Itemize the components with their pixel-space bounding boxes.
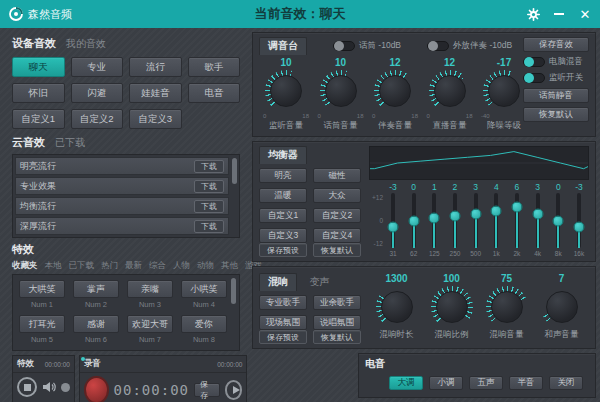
toggle-switch[interactable] bbox=[333, 41, 355, 51]
live-volume-knob[interactable]: 12 018 直播音量 bbox=[423, 57, 477, 132]
knob-dial[interactable] bbox=[486, 286, 528, 328]
sfx-pad[interactable]: 爱你 bbox=[181, 315, 227, 333]
mic-mute-button[interactable]: 话筒静音 bbox=[523, 88, 589, 103]
knob-dial[interactable] bbox=[541, 286, 583, 328]
eq-slider-thumb[interactable] bbox=[429, 213, 440, 224]
eq-slider-thumb[interactable] bbox=[449, 210, 460, 221]
sfx-tab[interactable]: 其他 bbox=[221, 260, 238, 272]
download-button[interactable]: 下载 bbox=[194, 160, 224, 173]
mic-volume-knob[interactable]: 10 018 话筒音量 bbox=[314, 57, 368, 132]
eq-slider-thumb[interactable] bbox=[408, 215, 419, 226]
eq-slider-thumb[interactable] bbox=[573, 222, 584, 233]
harmony-volume-knob[interactable]: 7 和声音量 bbox=[535, 273, 589, 344]
sfx-tab[interactable]: 最新 bbox=[125, 260, 142, 272]
save-recording-button[interactable]: 保存 bbox=[194, 383, 220, 397]
eq-slider-thumb[interactable] bbox=[491, 206, 502, 217]
autotune-mode-button[interactable]: 大调 bbox=[389, 376, 423, 390]
effect-button[interactable]: 电音 bbox=[188, 83, 241, 103]
eq-slider-thumb[interactable] bbox=[553, 215, 564, 226]
record-button[interactable] bbox=[84, 376, 109, 402]
eq-slider[interactable] bbox=[536, 193, 540, 248]
eq-slider[interactable] bbox=[494, 193, 498, 248]
eq-slider-thumb[interactable] bbox=[511, 201, 522, 212]
reverb-preset-button[interactable]: 现场氛围 bbox=[259, 315, 307, 330]
reverb-ratio-knob[interactable]: 100 混响比例 bbox=[425, 273, 479, 344]
reverb-volume-knob[interactable]: 75 混响音量 bbox=[480, 273, 534, 344]
sfx-pad[interactable]: 欢迎大哥 bbox=[127, 315, 173, 333]
tab-downloaded[interactable]: 已下载 bbox=[55, 136, 85, 150]
scrollbar[interactable] bbox=[231, 278, 236, 304]
effect-button-custom[interactable]: 自定义2 bbox=[71, 109, 124, 129]
eq-slider-thumb[interactable] bbox=[532, 208, 543, 219]
eq-preset-button[interactable]: 自定义1 bbox=[259, 208, 307, 223]
reverb-duration-knob[interactable]: 1300 混响时长 bbox=[370, 273, 424, 344]
effect-button[interactable]: 怀旧 bbox=[12, 83, 65, 103]
download-button[interactable]: 下载 bbox=[194, 180, 224, 193]
eq-preset-button[interactable]: 温暖 bbox=[259, 188, 307, 203]
sfx-pad[interactable]: 大哄笑 bbox=[19, 280, 65, 298]
autotune-mode-button[interactable]: 半音 bbox=[509, 376, 543, 390]
sfx-tab[interactable]: 热门 bbox=[101, 260, 118, 272]
sfx-tab[interactable]: 已下载 bbox=[69, 260, 95, 272]
eq-restore-default-button[interactable]: 恢复默认 bbox=[313, 243, 361, 257]
tab-device-effects[interactable]: 设备音效 bbox=[12, 36, 56, 51]
reverb-preset-button[interactable]: 说唱氛围 bbox=[313, 315, 361, 330]
sfx-stop-button[interactable] bbox=[17, 377, 37, 397]
scrollbar[interactable] bbox=[232, 158, 237, 184]
list-item[interactable]: 专业效果 下载 bbox=[15, 177, 229, 195]
autotune-mode-button[interactable]: 小调 bbox=[429, 376, 463, 390]
effect-button-chat[interactable]: 聊天 bbox=[12, 57, 65, 77]
list-item[interactable]: 明亮流行 下载 bbox=[15, 157, 229, 175]
reverb-preset-button[interactable]: 业余歌手 bbox=[313, 295, 361, 310]
eq-slider[interactable] bbox=[474, 193, 478, 248]
effect-button[interactable]: 闪避 bbox=[71, 83, 124, 103]
eq-slider[interactable] bbox=[515, 193, 519, 248]
accompaniment-volume-knob[interactable]: 12 018 伴奏音量 bbox=[368, 57, 422, 132]
mixer-tab[interactable]: 调音台 bbox=[259, 37, 307, 55]
reverb-restore-default-button[interactable]: 恢复默认 bbox=[313, 330, 361, 344]
sfx-tab[interactable]: 动物 bbox=[197, 260, 214, 272]
effect-button-custom[interactable]: 自定义1 bbox=[12, 109, 65, 129]
lineout-pad-toggle[interactable]: 外放伴奏 -10dB bbox=[427, 40, 512, 52]
eq-preset-button[interactable]: 自定义2 bbox=[313, 208, 361, 223]
minimize-button[interactable] bbox=[552, 7, 566, 21]
knob-dial[interactable] bbox=[320, 70, 362, 112]
download-button[interactable]: 下载 bbox=[194, 220, 224, 233]
settings-gear-icon[interactable] bbox=[526, 7, 540, 21]
reverb-tab[interactable]: 混响 bbox=[259, 273, 297, 291]
sfx-pad[interactable]: 小哄笑 bbox=[181, 280, 227, 298]
sfx-tab[interactable]: 本地 bbox=[45, 260, 62, 272]
autotune-mode-button[interactable]: 五声 bbox=[469, 376, 503, 390]
equalizer-tab[interactable]: 均衡器 bbox=[259, 146, 307, 164]
sfx-pad[interactable]: 感谢 bbox=[73, 315, 119, 333]
close-button[interactable]: ✕ bbox=[578, 7, 592, 21]
sfx-tab-favorites[interactable]: 收藏夹 bbox=[12, 260, 38, 272]
tab-cloud-effects[interactable]: 云音效 bbox=[12, 135, 45, 150]
mic-pad-toggle[interactable]: 话筒 -10dB bbox=[333, 40, 401, 52]
monitor-switch-toggle[interactable]: 监听开关 bbox=[523, 72, 589, 84]
toggle-switch[interactable] bbox=[427, 41, 449, 51]
knob-dial[interactable] bbox=[483, 70, 525, 112]
sfx-pad[interactable]: 打耳光 bbox=[19, 315, 65, 333]
knob-dial[interactable] bbox=[376, 286, 418, 328]
effect-button[interactable]: 专业 bbox=[71, 57, 124, 77]
reverb-preset-button[interactable]: 专业歌手 bbox=[259, 295, 307, 310]
voice-change-tab[interactable]: 变声 bbox=[301, 274, 337, 291]
eq-slider-thumb[interactable] bbox=[388, 222, 399, 233]
eq-slider[interactable] bbox=[577, 193, 581, 248]
toggle-switch[interactable] bbox=[523, 73, 545, 83]
sfx-tab[interactable]: 综合 bbox=[149, 260, 166, 272]
sfx-pad[interactable]: 掌声 bbox=[73, 280, 119, 298]
eq-save-preset-button[interactable]: 保存预设 bbox=[259, 243, 307, 257]
sfx-pad[interactable]: 亲嘴 bbox=[127, 280, 173, 298]
list-item[interactable]: 均衡流行 下载 bbox=[15, 197, 229, 215]
monitor-volume-knob[interactable]: 10 018 监听音量 bbox=[259, 57, 313, 132]
sfx-tab[interactable]: 人物 bbox=[173, 260, 190, 272]
knob-dial[interactable] bbox=[429, 70, 471, 112]
save-effect-button[interactable]: 保存音效 bbox=[523, 37, 589, 52]
list-item[interactable]: 深厚流行 下载 bbox=[15, 217, 229, 235]
download-button[interactable]: 下载 bbox=[194, 200, 224, 213]
knob-dial[interactable] bbox=[265, 70, 307, 112]
effect-button[interactable]: 流行 bbox=[129, 57, 182, 77]
eq-preset-button[interactable]: 磁性 bbox=[313, 168, 361, 183]
